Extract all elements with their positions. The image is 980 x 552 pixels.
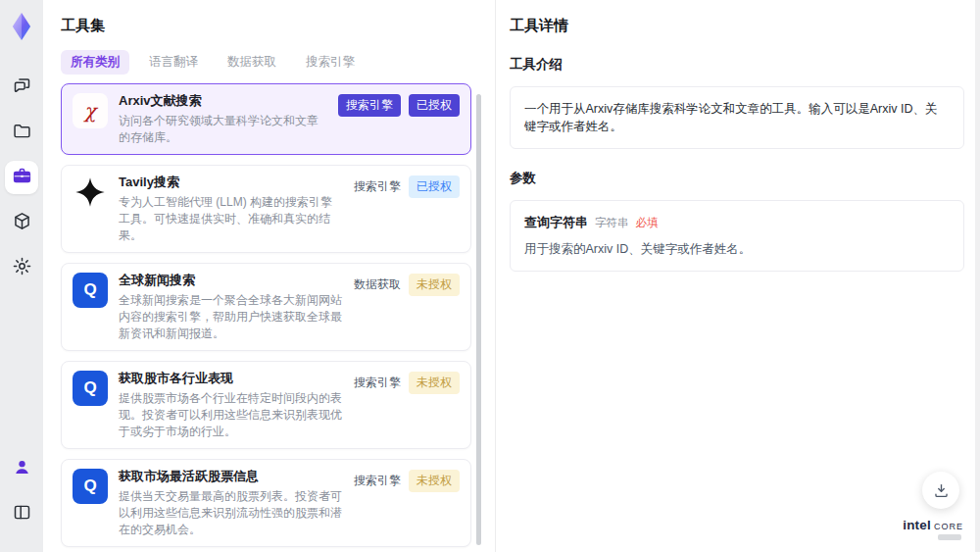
param-type: 字符串 bbox=[595, 214, 629, 231]
intro-heading: 工具介绍 bbox=[510, 56, 964, 74]
search-blue-icon: Q bbox=[73, 469, 108, 504]
auth-status-badge: 未授权 bbox=[409, 372, 460, 394]
rail-bottom bbox=[5, 452, 38, 552]
param-required-flag: 必填 bbox=[636, 214, 659, 231]
download-icon bbox=[932, 481, 951, 500]
category-tabs: 所有类别语言翻译数据获取搜索引擎 bbox=[61, 50, 471, 75]
rail-item-cube-icon[interactable] bbox=[5, 206, 38, 239]
settings-icon bbox=[12, 256, 32, 280]
tool-desc: 提供当天交易量最高的股票列表。投资者可以利用这些信息来识别流动性强的股票和潜在的… bbox=[119, 488, 343, 538]
param-desc: 用于搜索的Arxiv ID、关键字或作者姓名。 bbox=[524, 240, 950, 258]
app-window: 工具集 所有类别语言翻译数据获取搜索引擎 χ Arxiv文献搜索 访问各个研究领… bbox=[0, 0, 980, 552]
tool-name: 全球新闻搜索 bbox=[119, 272, 343, 288]
category-tab-0[interactable]: 所有类别 bbox=[61, 50, 129, 75]
auth-status-badge: 未授权 bbox=[409, 470, 460, 492]
params-heading: 参数 bbox=[510, 170, 964, 187]
window-scrollbar[interactable] bbox=[975, 0, 980, 552]
detail-title: 工具详情 bbox=[510, 17, 964, 35]
panel-toggle-icon bbox=[12, 502, 32, 527]
auth-status-badge: 未授权 bbox=[409, 274, 460, 296]
download-button[interactable] bbox=[922, 472, 959, 509]
rail-nav bbox=[5, 71, 38, 296]
tool-name: Arxiv文献搜索 bbox=[119, 92, 327, 109]
rail-item-user-icon[interactable] bbox=[5, 452, 38, 485]
tool-category-label: 数据获取 bbox=[354, 274, 401, 296]
param-head: 查询字符串 字符串 必填 bbox=[524, 214, 950, 231]
tool-category-badge: 搜索引擎 bbox=[338, 94, 401, 117]
tool-card[interactable]: Tavily搜索 专为人工智能代理 (LLM) 构建的搜索引擎工具。可快速提供实… bbox=[61, 165, 471, 253]
left-rail bbox=[0, 0, 43, 552]
param-name: 查询字符串 bbox=[524, 214, 588, 231]
core-wordmark: core bbox=[934, 519, 963, 532]
rail-item-folder-icon[interactable] bbox=[5, 116, 38, 149]
rail-item-chat-icon[interactable] bbox=[5, 71, 38, 104]
auth-status-badge: 已授权 bbox=[409, 176, 460, 198]
intro-box: 一个用于从Arxiv存储库搜索科学论文和文章的工具。输入可以是Arxiv ID、… bbox=[510, 86, 964, 149]
rail-item-toolbox-icon[interactable] bbox=[5, 161, 38, 194]
user-icon bbox=[12, 457, 32, 481]
cube-icon bbox=[12, 211, 32, 235]
tool-category-label: 搜索引擎 bbox=[354, 372, 401, 394]
tool-list-panel: 工具集 所有类别语言翻译数据获取搜索引擎 χ Arxiv文献搜索 访问各个研究领… bbox=[43, 0, 496, 552]
search-blue-icon: Q bbox=[73, 273, 108, 308]
tool-desc: 访问各个研究领域大量科学论文和文章的存储库。 bbox=[119, 113, 327, 146]
toolbox-icon bbox=[12, 166, 32, 190]
tool-desc: 全球新闻搜索是一个聚合全球各大新闻网站内容的搜索引擎，帮助用户快速获取全球最新资… bbox=[119, 292, 343, 342]
tool-name: Tavily搜索 bbox=[119, 174, 343, 190]
category-tab-1[interactable]: 语言翻译 bbox=[139, 50, 208, 75]
tool-desc: 专为人工智能代理 (LLM) 构建的搜索引擎工具。可快速提供实时、准确和真实的结… bbox=[119, 194, 343, 244]
arxiv-icon: χ bbox=[73, 93, 108, 128]
tool-desc: 提供股票市场各个行业在特定时间段内的表现。投资者可以利用这些信息来识别表现优于或… bbox=[119, 390, 343, 440]
intel-wordmark: intel bbox=[903, 518, 931, 532]
search-blue-icon: Q bbox=[73, 371, 108, 406]
folder-icon bbox=[12, 121, 32, 145]
tool-card[interactable]: χ Arxiv文献搜索 访问各个研究领域大量科学论文和文章的存储库。 搜索引擎 … bbox=[61, 83, 471, 155]
category-tab-3[interactable]: 搜索引擎 bbox=[296, 50, 365, 75]
tool-name: 获取市场最活跃股票信息 bbox=[119, 468, 343, 484]
tool-list: χ Arxiv文献搜索 访问各个研究领域大量科学论文和文章的存储库。 搜索引擎 … bbox=[61, 83, 471, 552]
intel-sub-badge bbox=[938, 534, 961, 540]
rail-item-settings-icon[interactable] bbox=[5, 251, 38, 284]
chat-icon bbox=[12, 75, 32, 100]
tool-name: 获取股市各行业表现 bbox=[119, 370, 343, 386]
tavily-icon bbox=[73, 175, 108, 210]
param-box: 查询字符串 字符串 必填 用于搜索的Arxiv ID、关键字或作者姓名。 bbox=[510, 200, 964, 272]
page-title: 工具集 bbox=[61, 17, 471, 35]
intro-text: 一个用于从Arxiv存储库搜索科学论文和文章的工具。输入可以是Arxiv ID、… bbox=[524, 102, 938, 133]
tool-card[interactable]: Q 获取市场最活跃股票信息 提供当天交易量最高的股票列表。投资者可以利用这些信息… bbox=[61, 459, 471, 547]
category-tab-2[interactable]: 数据获取 bbox=[218, 50, 286, 75]
app-logo[interactable] bbox=[7, 12, 36, 41]
list-scrollbar[interactable] bbox=[476, 94, 481, 545]
tool-detail-panel: 工具详情 工具介绍 一个用于从Arxiv存储库搜索科学论文和文章的工具。输入可以… bbox=[497, 0, 980, 552]
auth-status-badge: 已授权 bbox=[409, 94, 460, 117]
tool-card[interactable]: Q 获取股市各行业表现 提供股票市场各个行业在特定时间段内的表现。投资者可以利用… bbox=[61, 361, 471, 449]
rail-item-panel-toggle-icon[interactable] bbox=[5, 497, 38, 530]
tool-category-label: 搜索引擎 bbox=[354, 470, 401, 492]
tool-category-label: 搜索引擎 bbox=[354, 176, 401, 198]
tool-card[interactable]: Q 全球新闻搜索 全球新闻搜索是一个聚合全球各大新闻网站内容的搜索引擎，帮助用户… bbox=[61, 263, 471, 351]
intel-core-logo: intelcore bbox=[903, 518, 963, 540]
